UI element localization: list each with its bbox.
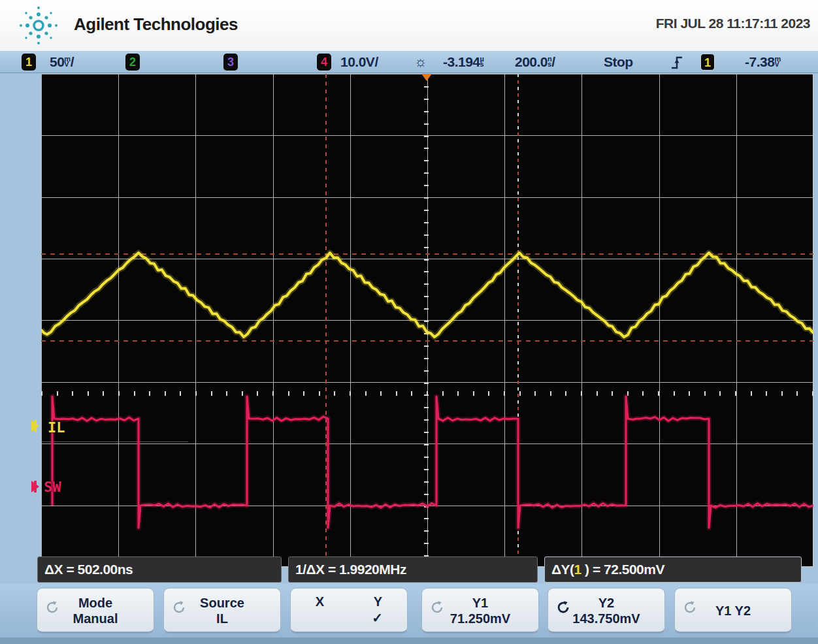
waveform-traces [41,74,813,567]
channel-4-ground-marker-icon [31,481,39,492]
delta-y-readout: ΔY(1 ) = 72.500mV [544,556,802,583]
channel-1-ground-marker-icon [31,420,39,432]
channel-1-scale: 50mV/ [50,51,74,73]
timebase: 200.0ns/ [515,51,555,73]
trigger-level: -7.38mV [745,51,781,73]
knob-icon [430,600,444,615]
knob-icon [172,600,186,615]
check-icon: ✓ [372,609,383,626]
channel-1-badge[interactable]: 1 [22,54,36,71]
y-option[interactable]: Y [374,594,382,609]
oscilloscope-screen: Agilent Technologies FRI JUL 28 11:17:11… [0,0,818,644]
x-option[interactable]: X [316,594,324,609]
channel-4-scale: 10.0V/ [340,51,378,73]
softkey-y2[interactable]: Y2 143.750mV [548,588,665,634]
datetime: FRI JUL 28 11:17:11 2023 [656,16,810,31]
softkey-y1-y2[interactable]: Y1 Y2 [674,588,792,634]
trigger-source-badge[interactable]: 1 [700,54,715,71]
horizontal-delay: -3.194µs [443,51,483,73]
knob-icon-active [556,600,570,615]
softkey-y1[interactable]: Y1 71.250mV [421,588,539,634]
knob-icon [45,600,59,615]
horizontal-position-icon: ☼ [414,51,427,73]
agilent-logo-icon [18,5,59,46]
brand-title: Agilent Technologies [74,14,238,35]
status-bar: 1 50mV/ 2 3 4 10.0V/ ☼ -3.194µs 200.0ns/… [0,51,818,73]
softkey-x-y[interactable]: XY X✓ [290,588,408,634]
inverse-delta-x-readout: 1/ΔX = 1.9920MHz [288,556,538,583]
softkey-bar: Mode Manual Source IL XY X✓ Y1 71.250mV … [0,583,818,644]
channel-2-badge[interactable]: 2 [125,54,140,71]
softkey-mode[interactable]: Mode Manual [37,588,154,634]
waveform-display: IL SW [41,74,813,567]
channel-3-badge[interactable]: 3 [223,54,238,71]
channel-1-label: IL [48,419,65,436]
acquisition-state: Stop [604,51,633,73]
trigger-slope-icon [670,55,683,70]
header: Agilent Technologies FRI JUL 28 11:17:11… [0,0,818,51]
knob-icon [683,600,697,615]
delta-x-readout: ΔX = 502.00ns [37,556,282,583]
channel-4-badge[interactable]: 4 [317,54,331,71]
channel-4-label: SW [44,479,61,495]
bezel-strip [0,637,818,644]
softkey-source[interactable]: Source IL [163,588,281,634]
